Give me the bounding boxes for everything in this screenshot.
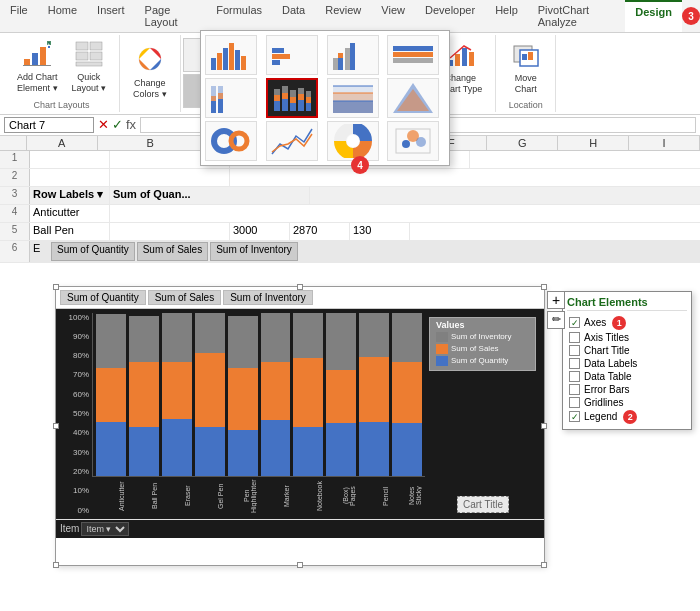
- col-header-h[interactable]: H: [558, 136, 629, 150]
- checkbox-chart-title[interactable]: [569, 345, 580, 356]
- cell-e5[interactable]: 130: [350, 223, 410, 240]
- panel-item-axes[interactable]: ✓ Axes 1: [567, 315, 687, 331]
- item-filter-dropdown[interactable]: Item ▾: [81, 522, 129, 536]
- cell-a4[interactable]: Anticutter: [30, 205, 110, 222]
- insert-function-icon[interactable]: fx: [126, 117, 136, 132]
- bar-seg-qty: [293, 427, 323, 476]
- checkbox-axis-titles[interactable]: [569, 332, 580, 343]
- chart-thumb-10[interactable]: [266, 121, 318, 161]
- tab-developer[interactable]: Developer: [415, 0, 485, 32]
- chart-thumb-3[interactable]: [327, 35, 379, 75]
- cancel-formula-icon[interactable]: ✕: [98, 117, 109, 132]
- change-colors-button[interactable]: ChangeColors ▾: [128, 42, 172, 103]
- chart-tab-qty[interactable]: Sum of Quantity: [51, 242, 135, 261]
- inner-tab-sales[interactable]: Sum of Sales: [148, 290, 221, 305]
- add-chart-element-button[interactable]: + Add ChartElement ▾: [12, 38, 63, 97]
- tab-data[interactable]: Data: [272, 0, 315, 32]
- tab-home[interactable]: Home: [38, 0, 87, 32]
- confirm-formula-icon[interactable]: ✓: [112, 117, 123, 132]
- handle-ml[interactable]: [53, 423, 59, 429]
- inner-tab-inv[interactable]: Sum of Inventory: [223, 290, 313, 305]
- panel-item-error-bars[interactable]: Error Bars: [567, 383, 687, 396]
- cell-a3[interactable]: Row Labels ▾: [30, 187, 110, 204]
- panel-label-legend: Legend: [584, 411, 617, 422]
- cell-b5[interactable]: [110, 223, 230, 240]
- panel-item-legend[interactable]: ✓ Legend 2: [567, 409, 687, 425]
- chart-thumb-5[interactable]: [205, 78, 257, 118]
- bar-seg-sales: [129, 362, 159, 427]
- cell-b2[interactable]: [110, 169, 230, 186]
- inner-tab-qty[interactable]: Sum of Quantity: [60, 290, 146, 305]
- cell-a2[interactable]: [30, 169, 110, 186]
- chart-thumb-11[interactable]: [327, 121, 379, 161]
- tab-insert[interactable]: Insert: [87, 0, 135, 32]
- quick-layout-label: QuickLayout ▾: [72, 72, 107, 94]
- svg-rect-22: [462, 48, 467, 66]
- col-header-b[interactable]: B: [98, 136, 204, 150]
- tab-design[interactable]: Design: [625, 0, 682, 32]
- tab-file[interactable]: File: [0, 0, 38, 32]
- chart-thumb-7[interactable]: [327, 78, 379, 118]
- chart-legend: Values Sum of Inventory Sum of Sales Sum…: [425, 313, 540, 515]
- tab-view[interactable]: View: [371, 0, 415, 32]
- chart-thumb-1[interactable]: [205, 35, 257, 75]
- checkbox-error-bars[interactable]: [569, 384, 580, 395]
- svg-rect-63: [298, 100, 304, 111]
- chart-thumb-selected[interactable]: [266, 78, 318, 118]
- chart-thumb-9[interactable]: [205, 121, 257, 161]
- cell-b3[interactable]: Sum of Quan...: [110, 187, 310, 204]
- chart-tab-sales[interactable]: Sum of Sales: [137, 242, 208, 261]
- checkbox-axes[interactable]: ✓: [569, 317, 580, 328]
- row-num-spacer: [0, 136, 27, 150]
- bar-seg-qty: [326, 423, 356, 475]
- cell-d5[interactable]: 2870: [290, 223, 350, 240]
- cell-a5[interactable]: Ball Pen: [30, 223, 110, 240]
- checkbox-data-table[interactable]: [569, 371, 580, 382]
- bar-seg-qty: [359, 422, 389, 476]
- bar-seg-qty: [162, 419, 192, 476]
- bar-seg-inv: [96, 314, 126, 368]
- chart-thumb-4[interactable]: [387, 35, 439, 75]
- panel-item-data-table[interactable]: Data Table: [567, 370, 687, 383]
- chart-elements-plus-button[interactable]: +: [547, 291, 565, 309]
- tab-formulas[interactable]: Formulas: [206, 0, 272, 32]
- move-chart-button[interactable]: MoveChart: [505, 37, 547, 98]
- legend-title: Values: [436, 320, 529, 330]
- panel-item-axis-titles[interactable]: Axis Titles: [567, 331, 687, 344]
- tab-pivotchart-analyze[interactable]: PivotChart Analyze: [528, 0, 626, 32]
- panel-item-data-labels[interactable]: Data Labels: [567, 357, 687, 370]
- quick-layout-button[interactable]: QuickLayout ▾: [67, 38, 112, 97]
- chart-thumb-12[interactable]: [387, 121, 439, 161]
- handle-tr[interactable]: [541, 284, 547, 290]
- panel-item-chart-title[interactable]: Chart Title: [567, 344, 687, 357]
- handle-bl[interactable]: [53, 562, 59, 568]
- chart-style-pencil-button[interactable]: ✏: [547, 311, 565, 329]
- handle-bc[interactable]: [297, 562, 303, 568]
- bar-seg-inv: [162, 313, 192, 362]
- tab-page-layout[interactable]: Page Layout: [135, 0, 207, 32]
- cell-a1[interactable]: [30, 151, 110, 168]
- handle-tl[interactable]: [53, 284, 59, 290]
- legend-label-sales: Sum of Sales: [451, 344, 499, 353]
- checkbox-data-labels[interactable]: [569, 358, 580, 369]
- cell-a6[interactable]: E: [30, 241, 50, 262]
- col-header-i[interactable]: I: [629, 136, 700, 150]
- col-header-a[interactable]: A: [27, 136, 98, 150]
- row-num-2: 2: [0, 169, 30, 186]
- cell-c5[interactable]: 3000: [230, 223, 290, 240]
- handle-tc[interactable]: [297, 284, 303, 290]
- y-label-10: 10%: [60, 486, 89, 495]
- tab-help[interactable]: Help: [485, 0, 528, 32]
- checkbox-gridlines[interactable]: [569, 397, 580, 408]
- checkbox-legend[interactable]: ✓: [569, 411, 580, 422]
- panel-item-gridlines[interactable]: Gridlines: [567, 396, 687, 409]
- handle-mr[interactable]: [541, 423, 547, 429]
- chart-thumb-8[interactable]: [387, 78, 439, 118]
- name-box-input[interactable]: Chart 7: [4, 117, 94, 133]
- tab-review[interactable]: Review: [315, 0, 371, 32]
- chart-thumb-2[interactable]: [266, 35, 318, 75]
- handle-br[interactable]: [541, 562, 547, 568]
- chart-tab-inv[interactable]: Sum of Inventory: [210, 242, 298, 261]
- col-header-g[interactable]: G: [487, 136, 558, 150]
- change-chart-type-icon: [446, 40, 474, 72]
